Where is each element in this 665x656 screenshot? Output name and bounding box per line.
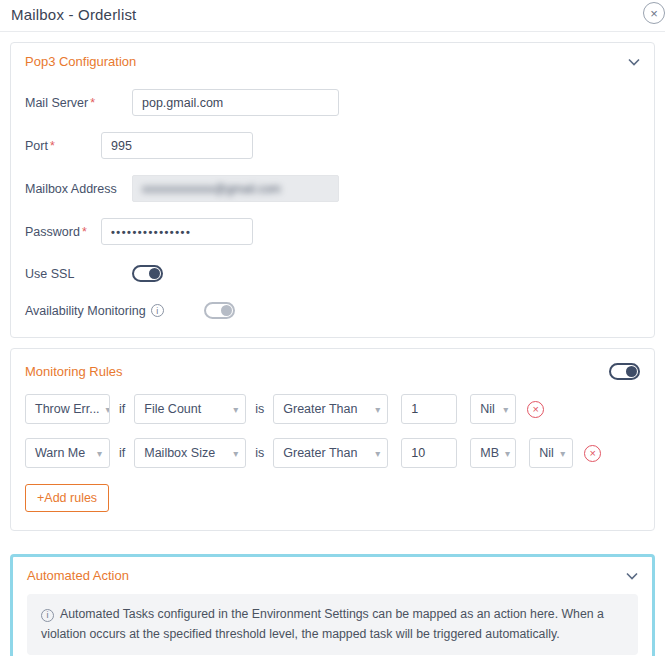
availability-monitoring-toggle[interactable]: [204, 302, 235, 319]
info-banner-text: Automated Tasks configured in the Enviro…: [41, 607, 604, 641]
mail-server-input[interactable]: [132, 89, 339, 116]
caret-down-icon: ▾: [503, 404, 508, 415]
availability-monitoring-label: Availability Monitoring: [25, 304, 146, 318]
caret-down-icon: ▾: [233, 448, 238, 459]
mail-server-label: Mail Server*: [25, 96, 132, 110]
monitoring-rule-row: Warn Me▾ if Mailbox Size▾ is Greater Tha…: [25, 438, 640, 468]
password-input[interactable]: [101, 218, 253, 245]
remove-rule-icon[interactable]: ×: [527, 401, 544, 418]
caret-down-icon: ▾: [505, 448, 510, 459]
rule-severity-select[interactable]: Nil▾: [470, 394, 516, 424]
connector-if: if: [119, 402, 125, 416]
toggle-knob: [221, 305, 232, 316]
mailbox-address-field: xxxxxxxxxxxx@gmail.com: [132, 175, 339, 202]
add-rules-button[interactable]: +Add rules: [25, 484, 109, 512]
pop3-section-title: Pop3 Configuration: [25, 54, 136, 69]
rule-action-select[interactable]: Warn Me▾: [25, 438, 110, 468]
rule-severity-select[interactable]: Nil▾: [529, 438, 573, 468]
required-asterisk: *: [50, 139, 55, 153]
connector-is: is: [255, 402, 264, 416]
use-ssl-label: Use SSL: [25, 267, 132, 281]
close-icon: ×: [650, 7, 658, 20]
port-label: Port*: [25, 139, 101, 153]
automated-action-section: Automated Action iAutomated Tasks config…: [10, 554, 655, 656]
caret-down-icon: ▾: [560, 448, 565, 459]
caret-down-icon: ▾: [233, 404, 238, 415]
mailbox-address-obscured-value: xxxxxxxxxxxx@gmail.com: [142, 182, 281, 196]
close-button[interactable]: ×: [643, 2, 665, 24]
caret-down-icon: ▾: [97, 448, 102, 459]
dialog-header: Mailbox - Orderlist ×: [0, 0, 665, 32]
monitoring-rules-section: Monitoring Rules Throw Err...▾ if File C…: [10, 348, 655, 531]
rule-value-input[interactable]: [401, 394, 457, 424]
info-icon[interactable]: i: [151, 304, 164, 317]
rule-value-input[interactable]: [401, 438, 457, 468]
rule-metric-select[interactable]: File Count▾: [134, 394, 246, 424]
info-banner: iAutomated Tasks configured in the Envir…: [27, 594, 638, 655]
dialog-title: Mailbox - Orderlist: [11, 6, 137, 23]
monitoring-rules-title: Monitoring Rules: [25, 364, 123, 379]
toggle-knob: [149, 268, 160, 279]
chevron-down-icon[interactable]: [626, 572, 638, 580]
rule-metric-select[interactable]: Mailbox Size▾: [134, 438, 246, 468]
required-asterisk: *: [82, 225, 87, 239]
required-asterisk: *: [90, 96, 95, 110]
caret-down-icon: ▾: [106, 404, 110, 415]
info-icon: i: [41, 609, 54, 622]
mailbox-address-label: Mailbox Address: [25, 182, 132, 196]
monitoring-rule-row: Throw Err...▾ if File Count▾ is Greater …: [25, 394, 640, 424]
monitoring-rules-toggle[interactable]: [609, 363, 640, 380]
toggle-knob: [626, 366, 637, 377]
rule-condition-select[interactable]: Greater Than▾: [273, 438, 388, 468]
use-ssl-toggle[interactable]: [132, 265, 163, 282]
rule-action-select[interactable]: Throw Err...▾: [25, 394, 110, 424]
password-label: Password*: [25, 225, 101, 239]
rule-condition-select[interactable]: Greater Than▾: [273, 394, 388, 424]
chevron-down-icon[interactable]: [628, 58, 640, 66]
caret-down-icon: ▾: [375, 448, 380, 459]
remove-rule-icon[interactable]: ×: [584, 445, 601, 462]
connector-is: is: [255, 446, 264, 460]
connector-if: if: [119, 446, 125, 460]
automated-action-title: Automated Action: [27, 568, 129, 583]
caret-down-icon: ▾: [375, 404, 380, 415]
rule-unit-select[interactable]: MB▾: [470, 438, 516, 468]
pop3-configuration-section: Pop3 Configuration Mail Server* Port* Ma…: [10, 42, 655, 338]
port-input[interactable]: [101, 132, 253, 159]
